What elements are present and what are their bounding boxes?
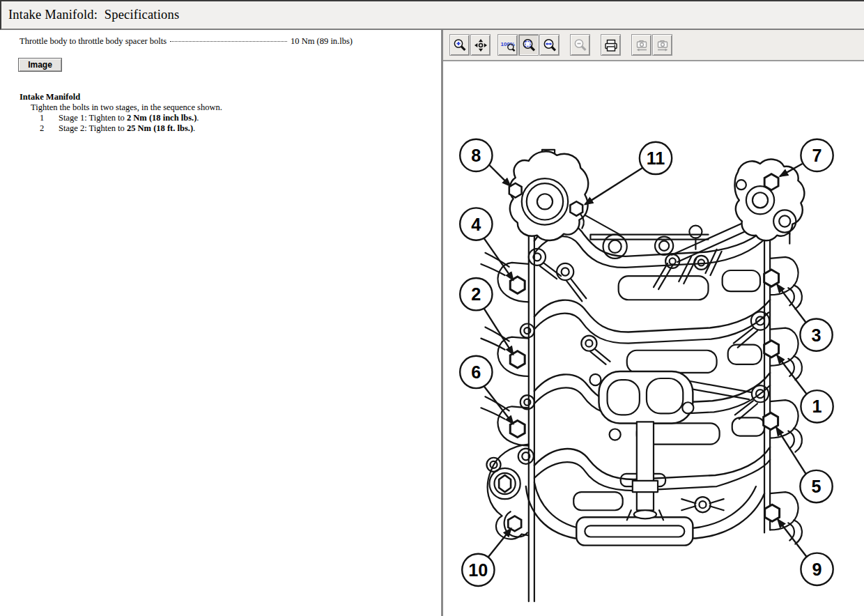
callout-9: 9	[801, 553, 833, 585]
app-window: Intake Manifold: Specifications Throttle…	[0, 0, 864, 616]
right-bolt-ears	[770, 257, 802, 544]
callout-7: 7	[801, 139, 833, 171]
callout-1: 1	[801, 390, 833, 422]
steps-list: 1 Stage 1: Tighten to 2 Nm (18 inch lbs.…	[40, 113, 199, 134]
bolt-hex-8	[509, 183, 522, 198]
camera-prev-icon	[634, 38, 649, 53]
callout-11: 11	[640, 142, 672, 174]
diagram-canvas[interactable]: 8 11 7 4 2 6 10 3 1 5 9	[443, 61, 864, 616]
callout-2: 2	[460, 278, 492, 310]
pan-icon	[473, 38, 488, 53]
bolt-hex-1	[764, 341, 779, 357]
fit-width-button[interactable]	[539, 34, 560, 56]
callout-3: 3	[800, 318, 832, 351]
svg-text:4: 4	[471, 215, 481, 234]
spec-label: Throttle body to throttle body spacer bo…	[20, 36, 167, 47]
svg-text:8: 8	[471, 146, 481, 165]
zoom-out-button[interactable]	[570, 34, 590, 56]
camera-next-icon	[655, 38, 670, 53]
print-button[interactable]	[601, 34, 621, 56]
zoom-in-button[interactable]	[449, 34, 470, 56]
section-intro: Tighten the bolts in two stages, in the …	[31, 102, 222, 113]
svg-text:1: 1	[812, 396, 822, 416]
manifold-drawing	[481, 150, 804, 601]
bolt-hex-11	[570, 201, 583, 216]
specifications-panel: Throttle body to throttle body spacer bo…	[0, 30, 441, 616]
print-icon	[603, 38, 619, 53]
zoom-100-button[interactable]: 100%	[497, 34, 518, 56]
intake-manifold-diagram: 8 11 7 4 2 6 10 3 1 5 9	[443, 61, 864, 616]
bolt-hex-3	[764, 270, 779, 286]
fit-page-icon	[521, 38, 537, 53]
svg-text:3: 3	[812, 325, 821, 345]
pan-button[interactable]	[470, 34, 491, 56]
next-image-button[interactable]	[652, 34, 672, 56]
callout-5: 5	[800, 470, 832, 502]
svg-text:6: 6	[471, 362, 481, 382]
svg-text:2: 2	[471, 284, 481, 304]
throttle-flange	[510, 150, 589, 240]
image-toolbar: 100%	[443, 30, 864, 61]
zoom-100-icon: 100%	[500, 38, 516, 53]
callout-6: 6	[460, 356, 492, 388]
callout-10: 10	[462, 554, 494, 586]
callout-4: 4	[460, 208, 492, 240]
clamp-boss	[681, 497, 723, 512]
svg-text:7: 7	[812, 146, 822, 165]
bolt-hex-7	[764, 174, 778, 190]
fit-width-icon	[542, 38, 557, 53]
fit-page-button[interactable]	[518, 34, 539, 56]
svg-text:5: 5	[812, 477, 821, 496]
svg-text:10: 10	[468, 560, 488, 580]
page-title: Intake Manifold: Specifications	[8, 8, 179, 22]
step-2: 2 Stage 2: Tighten to 25 Nm (18 ft. lbs.…	[40, 123, 199, 134]
svg-text:11: 11	[647, 148, 665, 168]
spec-row: Throttle body to throttle body spacer bo…	[20, 36, 353, 47]
zoom-out-icon	[573, 38, 588, 53]
dot-leader	[170, 41, 287, 42]
upper-right-bracket	[734, 160, 804, 244]
svg-text:9: 9	[812, 560, 822, 579]
image-viewer-panel: 100%	[443, 30, 864, 616]
zoom-in-icon	[452, 38, 468, 53]
bolt-hex-5	[764, 413, 778, 429]
spec-value: 10 Nm (89 in.lbs)	[291, 36, 353, 47]
title-bar: Intake Manifold: Specifications	[0, 0, 864, 30]
prev-image-button[interactable]	[631, 34, 651, 56]
section-heading: Intake Manifold	[20, 92, 80, 102]
callout-8: 8	[460, 139, 492, 171]
step-1: 1 Stage 1: Tighten to 2 Nm (18 inch lbs.…	[40, 113, 199, 123]
bolt-hex-9	[765, 505, 780, 521]
support-cylinder	[627, 422, 663, 520]
image-button[interactable]: Image	[18, 58, 62, 72]
